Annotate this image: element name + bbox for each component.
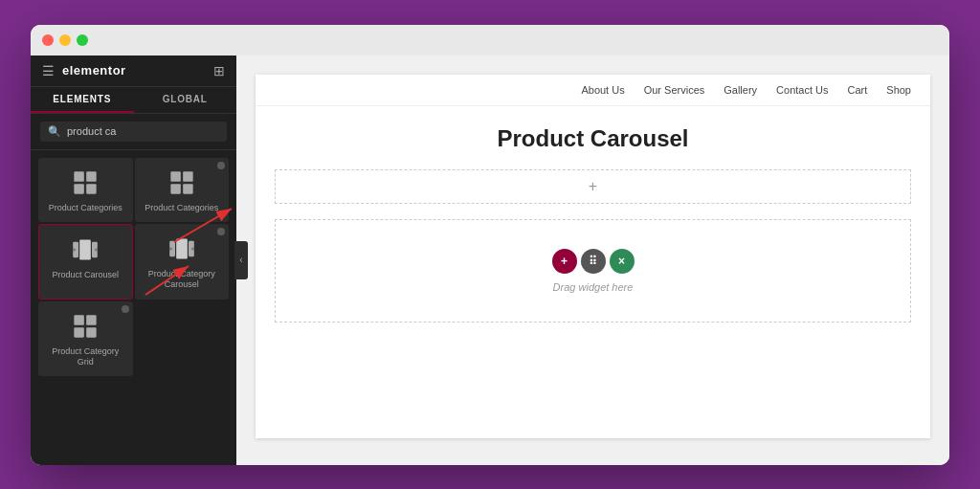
svg-rect-7 — [183, 184, 193, 194]
widget-product-category-grid[interactable]: Product Category Grid — [38, 301, 133, 377]
nav-our-services[interactable]: Our Services — [644, 84, 705, 96]
nav-cart[interactable]: Cart — [848, 84, 868, 96]
pro-badge — [217, 162, 225, 169]
close-button[interactable] — [42, 34, 54, 46]
page-content: Product Carousel + + ⠿ × Drag widget her — [256, 106, 930, 438]
widget-product-category-carousel[interactable]: Product Category Carousel — [135, 224, 230, 300]
page-navbar: About Us Our Services Gallery Contact Us… — [256, 75, 930, 106]
svg-rect-5 — [183, 171, 193, 182]
widget-icon-product-carousel — [70, 234, 100, 265]
widget-icon-product-categories-2 — [167, 167, 197, 198]
main-layout: ☰ elementor ⊞ ELEMENTS GLOBAL 🔍 — [31, 56, 949, 465]
title-bar — [31, 25, 949, 56]
widget-action-buttons: + ⠿ × — [552, 249, 635, 274]
pro-badge-3 — [122, 305, 129, 313]
drag-hint-text: Drag widget here — [553, 281, 634, 293]
svg-rect-1 — [86, 171, 97, 182]
widget-icon-product-categories-1 — [70, 167, 100, 198]
svg-rect-19 — [86, 315, 97, 325]
add-section-icon: + — [589, 178, 597, 195]
sidebar-header: ☰ elementor ⊞ — [31, 56, 236, 87]
search-wrapper: 🔍 — [40, 122, 227, 142]
widget-label-product-carousel: Product Carousel — [52, 270, 119, 280]
svg-rect-0 — [75, 171, 85, 182]
svg-rect-20 — [75, 327, 85, 338]
hamburger-icon[interactable]: ☰ — [42, 63, 55, 78]
tab-elements[interactable]: ELEMENTS — [31, 87, 134, 113]
add-widget-button[interactable]: + — [552, 249, 577, 274]
app-window: ☰ elementor ⊞ ELEMENTS GLOBAL 🔍 — [31, 25, 949, 465]
svg-rect-21 — [86, 327, 97, 338]
search-bar: 🔍 — [31, 114, 236, 150]
search-icon: 🔍 — [48, 125, 61, 138]
widget-label-product-category-grid: Product Category Grid — [44, 346, 127, 367]
page-main-title: Product Carousel — [275, 125, 911, 152]
sidebar-tabs: ELEMENTS GLOBAL — [31, 87, 236, 114]
search-input[interactable] — [67, 125, 219, 137]
page-title-section: Product Carousel — [256, 106, 930, 162]
sidebar: ☰ elementor ⊞ ELEMENTS GLOBAL 🔍 — [31, 56, 236, 465]
nav-contact-us[interactable]: Contact Us — [776, 84, 828, 96]
maximize-button[interactable] — [77, 34, 88, 46]
widget-label-product-categories-2: Product Categories — [145, 203, 218, 213]
section-drop-area[interactable]: + ⠿ × Drag widget here — [275, 219, 911, 322]
svg-rect-4 — [170, 171, 181, 182]
canvas-area: About Us Our Services Gallery Contact Us… — [236, 56, 949, 465]
pro-badge-2 — [217, 228, 225, 235]
nav-shop[interactable]: Shop — [886, 84, 911, 96]
svg-rect-18 — [75, 315, 85, 325]
widget-product-categories-1[interactable]: Product Categories — [38, 158, 133, 223]
svg-rect-9 — [79, 240, 91, 260]
move-widget-button[interactable]: ⠿ — [581, 249, 606, 274]
traffic-lights — [42, 34, 88, 46]
widget-icon-product-category-grid — [70, 311, 100, 342]
widget-label-product-categories-1: Product Categories — [49, 203, 122, 213]
nav-about-us[interactable]: About Us — [581, 84, 624, 96]
svg-rect-3 — [86, 184, 97, 194]
svg-rect-14 — [176, 239, 188, 259]
svg-rect-2 — [75, 184, 85, 194]
delete-widget-button[interactable]: × — [610, 249, 635, 274]
svg-rect-6 — [170, 184, 181, 194]
widget-product-carousel[interactable]: Product Carousel — [38, 224, 133, 300]
page-frame: About Us Our Services Gallery Contact Us… — [256, 75, 930, 438]
widgets-grid: Product Categories Product Categories — [31, 150, 236, 385]
tab-global[interactable]: GLOBAL — [134, 87, 237, 113]
widget-product-categories-2[interactable]: Product Categories — [135, 158, 230, 223]
elementor-logo: elementor — [62, 63, 126, 78]
minimize-button[interactable] — [59, 34, 71, 46]
widget-label-product-category-carousel: Product Category Carousel — [141, 269, 224, 290]
widget-icon-product-category-carousel — [167, 233, 197, 264]
sidebar-collapse-button[interactable]: ‹ — [234, 241, 248, 279]
section-placeholder-top[interactable]: + — [275, 169, 911, 204]
nav-gallery[interactable]: Gallery — [724, 84, 757, 96]
grid-icon[interactable]: ⊞ — [213, 63, 225, 78]
